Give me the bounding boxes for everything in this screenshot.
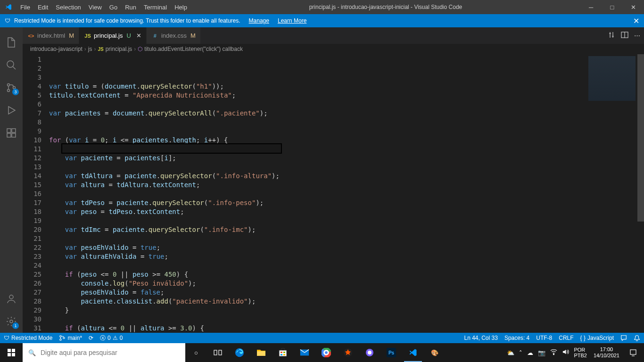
code-line[interactable]: var tdAltura = paciente.querySelector(".… [49,172,581,181]
language-indicator[interactable]: PORPTB2 [574,347,587,358]
code-content[interactable]: var titulo = (document.querySelector("h1… [49,54,581,333]
weather-icon[interactable]: ⛅ [507,349,514,356]
code-line[interactable]: titulo.textContent = "Aparecida Nutricio… [49,91,581,100]
close-banner-button[interactable]: ✕ [633,16,639,25]
wifi-icon[interactable] [550,348,557,357]
breadcrumb[interactable]: introducao-javascript › js › JS principa… [23,44,644,54]
volume-icon[interactable] [562,348,569,357]
code-line[interactable]: var pesoEhValido = true; [49,243,581,252]
photoshop-icon[interactable]: Ps [380,343,402,362]
code-line[interactable] [49,315,581,324]
microsoft-store-icon[interactable] [272,343,294,362]
code-line[interactable]: var altura = tdAltura.textContent; [49,181,581,189]
code-line[interactable]: var peso = tdPeso.textContent; [49,207,581,216]
code-line[interactable]: paciente.classList.add("paciente-invalid… [49,297,581,306]
tray-chevron-icon[interactable]: ˄ [519,349,522,356]
code-line[interactable] [49,127,581,136]
editor-tab[interactable]: #index.cssM [147,27,201,44]
search-icon[interactable] [0,54,23,76]
split-editor-icon[interactable] [621,31,628,40]
search-input[interactable] [41,349,180,356]
start-button[interactable] [0,343,23,362]
eol-status[interactable]: CRLF [559,335,573,341]
code-line[interactable]: var tdImc = paciente.querySelector(".inf… [49,225,581,234]
more-actions-icon[interactable]: ⋯ [634,32,640,39]
code-line[interactable] [49,100,581,109]
menu-help[interactable]: Help [171,0,191,14]
explorer-icon[interactable] [0,31,23,54]
code-editor[interactable]: 1234567891011121314151617181920212223242… [23,54,644,333]
code-line[interactable] [49,189,581,198]
source-control-icon[interactable]: 3 [0,76,23,99]
scrollbar-thumb[interactable] [637,54,644,222]
minimap[interactable] [581,54,637,333]
taskbar-clock[interactable]: 17:00 14/10/2021 [591,346,622,359]
code-line[interactable] [49,163,581,172]
editor-tab[interactable]: <>index.htmlM [23,27,79,44]
code-line[interactable]: for (var i = 0; i <= pacientes.length; i… [49,136,581,145]
breadcrumb-file[interactable]: principal.js [106,46,132,52]
app-icon[interactable] [337,343,359,362]
vertical-scrollbar[interactable] [637,54,644,333]
code-line[interactable] [49,216,581,225]
code-line[interactable]: pesoEhValido = false; [49,288,581,297]
menu-edit[interactable]: Edit [34,0,52,14]
mail-icon[interactable] [294,343,315,362]
chrome-icon[interactable] [315,343,337,362]
code-line[interactable]: var titulo = (document.querySelector("h1… [49,82,581,91]
code-line[interactable]: var paciente = pacientes[i]; [49,154,581,163]
code-line[interactable]: if (altura <= 0 || altura >= 3.0) { [49,324,581,333]
maximize-button[interactable]: □ [602,0,623,14]
indentation-status[interactable]: Spaces: 4 [504,335,529,341]
encoding-status[interactable]: UTF-8 [536,335,552,341]
breadcrumb-folder[interactable]: introducao-javascript [30,46,83,52]
menu-terminal[interactable]: Terminal [140,0,171,14]
notifications-icon[interactable] [634,335,640,341]
run-debug-icon[interactable] [0,99,23,122]
git-branch-status[interactable]: main* [59,335,82,341]
editor-tab[interactable]: JSprincipal.jsU✕ [79,27,147,44]
code-line[interactable]: console.log("Peso inválido"); [49,279,581,288]
code-line[interactable] [49,118,581,127]
cortana-icon[interactable]: ○ [185,343,207,362]
problems-status[interactable]: ⓧ 0 ⚠ 0 [100,334,123,342]
close-window-button[interactable]: ✕ [623,0,644,14]
paint-icon[interactable]: 🎨 [424,343,446,362]
menu-view[interactable]: View [85,0,106,14]
sync-status[interactable]: ⟳ [89,335,93,341]
settings-gear-icon[interactable]: 1 [0,310,23,333]
code-line[interactable]: var alturaEhValida = true; [49,252,581,261]
file-explorer-icon[interactable] [250,343,272,362]
code-line[interactable]: if (peso <= 0 || peso >= 450) { [49,270,581,279]
meet-now-icon[interactable]: 📷 [538,349,545,356]
language-mode[interactable]: { } JavaScript [580,335,614,341]
code-line[interactable]: var pacientes = document.querySelectorAl… [49,109,581,118]
feedback-icon[interactable] [620,335,627,341]
menu-selection[interactable]: Selection [52,0,84,14]
onedrive-icon[interactable]: ☁ [527,349,533,356]
breadcrumb-folder[interactable]: js [88,46,92,52]
code-line[interactable]: } [49,306,581,315]
compare-changes-icon[interactable] [608,31,615,40]
minimize-button[interactable]: ─ [580,0,602,14]
menu-run[interactable]: Run [121,0,140,14]
edge-icon[interactable] [229,343,250,362]
app-icon-2[interactable] [359,343,380,362]
cursor-position[interactable]: Ln 44, Col 33 [464,335,498,341]
manage-link[interactable]: Manage [249,17,269,24]
learn-more-link[interactable]: Learn More [278,17,306,24]
code-line[interactable] [49,145,581,154]
taskbar-search[interactable]: 🔍 [23,343,185,362]
extensions-icon[interactable] [0,122,23,144]
restricted-mode-status[interactable]: 🛡 Restricted Mode [4,335,52,341]
menu-file[interactable]: File [17,0,34,14]
code-line[interactable] [49,261,581,270]
menu-go[interactable]: Go [106,0,121,14]
code-line[interactable]: var tdPeso = paciente.querySelector(".in… [49,198,581,207]
notifications-center-icon[interactable] [626,343,640,362]
close-tab-icon[interactable]: ✕ [136,32,141,39]
task-view-icon[interactable] [207,343,229,362]
accounts-icon[interactable] [0,288,23,310]
code-line[interactable] [49,234,581,243]
breadcrumb-symbol[interactable]: titulo.addEventListener("click") callbac… [144,46,243,52]
